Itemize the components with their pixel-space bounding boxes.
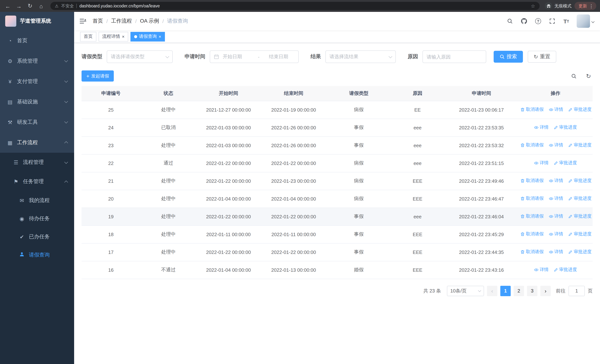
- page-1-button[interactable]: 1: [500, 286, 511, 296]
- cancel-leave-link[interactable]: 取消请假: [520, 196, 544, 202]
- sidebar-item-infrastructure[interactable]: ▤ 基础设施: [0, 92, 74, 112]
- next-page-button[interactable]: ›: [540, 286, 551, 296]
- eye-icon: [549, 179, 553, 183]
- forward-icon[interactable]: →: [15, 2, 23, 10]
- breadcrumb: 首页 / 工作流程 / OA 示例 / 请假查询: [93, 18, 188, 24]
- approval-progress-link[interactable]: 审批进度: [568, 231, 592, 237]
- approval-progress-link[interactable]: 审批进度: [568, 249, 592, 255]
- cell-apply-id: 18: [82, 225, 140, 243]
- date-range-picker[interactable]: 开始日期 - 结束日期: [210, 50, 299, 63]
- detail-link[interactable]: 详情: [549, 196, 563, 202]
- address-bar[interactable]: ⚠ 不安全 dashboard.yudao.iocoder.cn/bpm/oa/…: [50, 2, 540, 10]
- cancel-leave-link[interactable]: 取消请假: [520, 213, 544, 220]
- detail-link[interactable]: 详情: [549, 107, 563, 113]
- fullscreen-icon[interactable]: [548, 18, 556, 25]
- app-logo[interactable]: 芋道管理系统: [0, 12, 74, 30]
- gear-icon: ⚙: [7, 58, 13, 64]
- top-navbar: 首页 / 工作流程 / OA 示例 / 请假查询 ? TT: [74, 12, 600, 30]
- cell-reason: eee: [391, 208, 445, 225]
- close-tab-icon[interactable]: ×: [122, 34, 124, 39]
- detail-link[interactable]: 详情: [549, 231, 563, 237]
- detail-link[interactable]: 详情: [549, 213, 563, 220]
- reset-button[interactable]: ↻ 重置: [528, 51, 556, 63]
- sidebar-item-leave-query[interactable]: 请假查询: [0, 246, 74, 264]
- tab-home[interactable]: 首页: [80, 32, 96, 41]
- update-button[interactable]: 更新 ⋮: [574, 2, 596, 10]
- sidebar-item-devtools[interactable]: ⚒ 研发工具: [0, 112, 74, 132]
- search-button[interactable]: 搜索: [494, 51, 523, 63]
- approval-progress-link[interactable]: 审批进度: [554, 160, 577, 166]
- sidebar-item-payment[interactable]: ¥ 支付管理: [0, 71, 74, 92]
- refresh-table-icon[interactable]: ↻: [584, 72, 593, 80]
- sidebar-item-workflow[interactable]: ▦ 工作流程: [0, 132, 74, 153]
- cell-status: 处理中: [140, 101, 197, 119]
- page-unit: 页: [588, 288, 593, 294]
- url-text: dashboard.yudao.iocoder.cn/bpm/oa/leave: [79, 4, 160, 8]
- home-icon[interactable]: ⌂: [37, 2, 45, 10]
- cancel-leave-link[interactable]: 取消请假: [520, 178, 544, 184]
- cancel-leave-link[interactable]: 取消请假: [520, 142, 544, 149]
- sidebar-item-process-management[interactable]: ☰ 流程管理: [0, 153, 74, 172]
- cell-start-time: 2022-01-04 00:00:00: [197, 261, 261, 279]
- sidebar-item-task-management[interactable]: ⚑ 任务管理: [0, 172, 74, 191]
- approval-progress-link[interactable]: 审批进度: [568, 107, 592, 113]
- approval-progress-link[interactable]: 审批进度: [568, 196, 592, 202]
- bookmark-star-icon[interactable]: ☆: [531, 3, 535, 9]
- sidebar-item-home[interactable]: ◔ 首页: [0, 30, 74, 51]
- menu-dots-icon[interactable]: ⋮: [589, 3, 594, 9]
- approval-progress-link[interactable]: 审批进度: [554, 267, 577, 273]
- cancel-leave-link[interactable]: 取消请假: [520, 249, 544, 255]
- page-size-select[interactable]: 10条/页: [447, 286, 484, 296]
- reload-icon[interactable]: ↻: [26, 2, 34, 10]
- col-apply-time: 申请时间: [444, 86, 518, 101]
- create-leave-button[interactable]: + 发起请假: [82, 70, 114, 82]
- close-tab-icon[interactable]: ×: [159, 34, 161, 39]
- leave-type-select[interactable]: 请选择请假类型: [107, 50, 173, 63]
- sidebar-item-pending-tasks[interactable]: ◉ 待办任务: [0, 209, 74, 228]
- search-icon[interactable]: [506, 18, 514, 25]
- detail-link[interactable]: 详情: [534, 124, 548, 131]
- col-start-time: 开始时间: [197, 86, 261, 101]
- result-select[interactable]: 请选择流结果: [325, 50, 396, 63]
- cell-start-time: 2022-01-04 00:00:00: [197, 190, 261, 208]
- detail-link[interactable]: 详情: [534, 267, 548, 273]
- tab-process-detail[interactable]: 流程详情 ×: [99, 32, 128, 41]
- sidebar-item-done-tasks[interactable]: ✔ 已办任务: [0, 228, 74, 246]
- back-icon[interactable]: ←: [4, 2, 12, 10]
- sidebar-item-my-processes[interactable]: ✉ 我的流程: [0, 191, 74, 209]
- reason-input[interactable]: [422, 50, 486, 63]
- font-size-icon[interactable]: TT: [562, 18, 570, 25]
- user-menu[interactable]: [577, 14, 594, 28]
- approval-progress-link[interactable]: 审批进度: [568, 178, 592, 184]
- table-row: 23 处理中 2022-01-03 00:00:00 2022-01-26 00…: [82, 136, 593, 154]
- list-icon: ☰: [13, 159, 19, 165]
- chevron-down-icon: [64, 99, 68, 103]
- approval-progress-link[interactable]: 审批进度: [568, 213, 592, 220]
- detail-link[interactable]: 详情: [534, 160, 548, 166]
- goto-page-input[interactable]: [569, 286, 585, 296]
- cell-reason: EE: [391, 101, 445, 119]
- detail-link[interactable]: 详情: [549, 142, 563, 149]
- sidebar-item-system[interactable]: ⚙ 系统管理: [0, 51, 74, 71]
- help-icon[interactable]: ?: [534, 18, 542, 25]
- approval-progress-link[interactable]: 审批进度: [554, 124, 577, 131]
- toggle-search-icon[interactable]: [570, 72, 578, 80]
- cell-apply-id: 16: [82, 261, 140, 279]
- approval-progress-link[interactable]: 审批进度: [568, 142, 592, 149]
- breadcrumb-oa-example[interactable]: OA 示例: [140, 18, 159, 24]
- github-icon[interactable]: [520, 18, 528, 25]
- prev-page-button[interactable]: ‹: [487, 286, 497, 296]
- cell-status: 处理中: [140, 190, 197, 208]
- cell-leave-type: 事假: [327, 225, 391, 243]
- cancel-leave-link[interactable]: 取消请假: [520, 107, 544, 113]
- breadcrumb-workflow[interactable]: 工作流程: [111, 18, 132, 24]
- detail-link[interactable]: 详情: [549, 178, 563, 184]
- page-3-button[interactable]: 3: [527, 286, 537, 296]
- cancel-leave-link[interactable]: 取消请假: [520, 231, 544, 237]
- collapse-sidebar-icon[interactable]: [79, 17, 87, 26]
- cell-apply-id: 24: [82, 119, 140, 136]
- page-2-button[interactable]: 2: [514, 286, 524, 296]
- detail-link[interactable]: 详情: [549, 249, 563, 255]
- breadcrumb-home[interactable]: 首页: [93, 18, 103, 24]
- tab-leave-query[interactable]: 请假查询 ×: [131, 32, 165, 41]
